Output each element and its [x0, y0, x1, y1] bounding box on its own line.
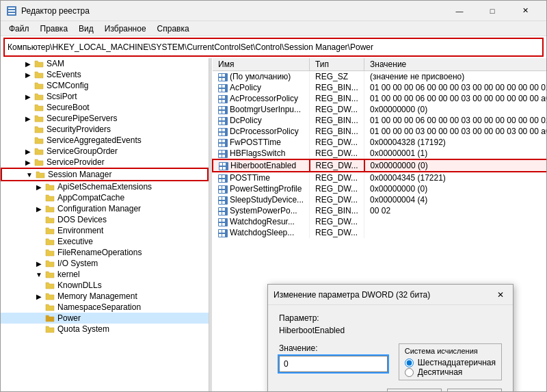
tree-item-environment[interactable]: ▶ Environment [1, 225, 209, 236]
table-row[interactable]: DcProcessorPolicyREG_BIN...01 00 00 00 0… [213, 126, 546, 137]
menu-help[interactable]: Справка [152, 23, 195, 35]
tree-item-scmconfig[interactable]: ▶ SCMConfig [1, 80, 209, 91]
radix-dec-item[interactable]: Десятичная [405, 367, 496, 377]
dialog-title-text: Изменение параметра DWORD (32 бита) [274, 290, 494, 300]
col-value[interactable]: Значение [364, 58, 546, 71]
table-row[interactable]: BootmgrUserInpu...REG_DW...0x00000000 (0… [213, 104, 546, 115]
svg-rect-43 [222, 155, 225, 157]
folder-icon-memorymgmt [44, 291, 55, 301]
reg-value: 0x00000000 (0) [364, 159, 546, 172]
tree-item-sessionmanager[interactable]: ▼ Session Manager [1, 168, 209, 181]
address-bar[interactable]: Компьютер\HKEY_LOCAL_MACHINE\SYSTEM\Curr… [3, 38, 544, 57]
svg-rect-70 [219, 219, 222, 222]
svg-rect-28 [222, 122, 225, 125]
reg-name: BootmgrUserInpu... [213, 104, 310, 115]
tree-item-dosdevices[interactable]: ▶ DOS Devices [1, 214, 209, 225]
table-row[interactable]: POSTTimeREG_DW...0x00004345 (17221) [213, 172, 546, 183]
reg-type: REG_DW... [310, 216, 364, 227]
tree-item-sam[interactable]: ▶ SAM [1, 58, 209, 69]
table-row[interactable]: HBFlagsSwitchREG_DW...0x00000001 (1) [213, 148, 546, 159]
dialog-close-button[interactable]: ✕ [494, 288, 507, 302]
tree-item-securepipeservers[interactable]: ▶ SecurePipeServers [1, 113, 209, 124]
expand-icon-sam[interactable]: ▶ [23, 60, 34, 68]
tree-item-kernel[interactable]: ▼ kernel [1, 269, 209, 280]
tree-item-apisetschemaext[interactable]: ▶ ApiSetSchemaExtensions [1, 181, 209, 192]
expand-icon-servicegrouporder[interactable]: ▶ [23, 148, 34, 155]
col-name[interactable]: Имя [213, 58, 310, 71]
svg-rect-66 [222, 208, 225, 211]
table-row[interactable]: AcProcessorPolicyREG_BIN...01 00 00 00 0… [213, 93, 546, 104]
expand-icon-apisetschemaext[interactable]: ▶ [34, 183, 44, 191]
tree-label-appcompatcache: AppCompatCache [57, 193, 124, 202]
table-row[interactable]: FwPOSTTimeREG_DW...0x00004328 (17192) [213, 137, 546, 148]
tree-label-filerenameoperations: FileRenameOperations [57, 248, 142, 257]
tree-item-power[interactable]: ▶ Power [1, 313, 209, 324]
table-row[interactable]: SystemPowerPo...REG_BIN...00 02 [213, 205, 546, 216]
maximize-button[interactable]: □ [477, 1, 508, 21]
tree-label-quotasystem: Quota System [57, 324, 109, 334]
radix-hex-item[interactable]: Шестнадцатеричная [405, 358, 496, 367]
tree-item-quotasystem[interactable]: ▶ Quota System [1, 324, 209, 335]
expand-icon-configmanager[interactable]: ▶ [34, 205, 44, 213]
tree-item-appcompatcache[interactable]: ▶ AppCompatCache [1, 192, 209, 203]
menu-file[interactable]: Файл [3, 23, 35, 35]
svg-rect-38 [222, 144, 225, 146]
table-row[interactable]: SleepStudyDevice...REG_DW...0x00000004 (… [213, 194, 546, 205]
expand-icon-iosystem[interactable]: ▶ [34, 260, 44, 267]
reg-type: REG_DW... [310, 159, 364, 172]
value-input[interactable] [279, 356, 388, 372]
tree-item-secureboot[interactable]: ▶ SecureBoot [1, 102, 209, 113]
menu-favorites[interactable]: Избранное [99, 23, 152, 35]
dialog-cancel-button[interactable]: Отмена [447, 389, 502, 391]
tree-item-knowndlls[interactable]: ▶ KnownDLLs [1, 280, 209, 291]
expand-icon-securepipeservers[interactable]: ▶ [23, 115, 34, 122]
table-row[interactable]: (По умолчанию)REG_SZ(значение не присвое… [213, 71, 546, 83]
radix-dec-radio[interactable] [405, 368, 414, 377]
folder-icon-servicegrouporder [34, 146, 44, 156]
tree-item-filerenameoperations[interactable]: ▶ FileRenameOperations [1, 247, 209, 258]
main-content: ▶ SAM ▶ ScEvents ▶ [1, 58, 546, 391]
menu-edit[interactable]: Правка [35, 23, 74, 35]
tree-item-serviceprovider[interactable]: ▶ ServiceProvider [1, 157, 209, 168]
reg-name: DcProcessorPolicy [213, 126, 310, 137]
minimize-button[interactable]: — [444, 1, 475, 21]
reg-name: (По умолчанию) [213, 71, 310, 83]
table-row[interactable]: AcPolicyREG_BIN...01 00 00 00 06 00 00 0… [213, 82, 546, 93]
expand-icon-serviceprovider[interactable]: ▶ [23, 159, 34, 166]
table-row[interactable]: DcPolicyREG_BIN...01 00 00 00 06 00 00 0… [213, 115, 546, 126]
tree-item-executive[interactable]: ▶ Executive [1, 236, 209, 247]
tree-item-serviceaggregatedevents[interactable]: ▶ ServiceAggregatedEvents [1, 135, 209, 146]
expand-icon-sessionmanager[interactable]: ▼ [24, 171, 35, 179]
tree-pane[interactable]: ▶ SAM ▶ ScEvents ▶ [1, 58, 209, 391]
svg-rect-35 [219, 140, 222, 142]
tree-item-iosystem[interactable]: ▶ I/O System [1, 258, 209, 269]
dialog-ok-button[interactable]: ОК [387, 389, 442, 391]
svg-rect-63 [222, 201, 225, 204]
table-row[interactable]: WatchdogResur...REG_DW... [213, 216, 546, 227]
tree-item-configmanager[interactable]: ▶ Configuration Manager [1, 203, 209, 214]
reg-type: REG_DW... [310, 148, 364, 159]
tree-label-namespacesep: NamespaceSeparation [57, 302, 141, 312]
tree-item-namespacesep[interactable]: ▶ NamespaceSeparation [1, 302, 209, 313]
table-row[interactable]: PowerSettingProfileREG_DW...0x00000000 (… [213, 183, 546, 194]
svg-rect-53 [222, 179, 225, 182]
folder-icon-securityproviders [34, 125, 44, 134]
tree-item-scevents[interactable]: ▶ ScEvents [1, 69, 209, 80]
folder-icon-environment [44, 226, 55, 235]
col-type[interactable]: Тип [310, 58, 364, 71]
tree-item-securityproviders[interactable]: ▶ SecurityProviders [1, 124, 209, 135]
tree-item-scsiport[interactable]: ▶ ScsiPort [1, 91, 209, 102]
title-bar: Редактор реестра — □ ✕ [1, 1, 546, 21]
radix-hex-radio[interactable] [405, 358, 414, 367]
expand-icon-kernel[interactable]: ▼ [34, 271, 44, 278]
close-button[interactable]: ✕ [509, 1, 541, 21]
table-row[interactable]: WatchdogSleep...REG_DW... [213, 227, 546, 238]
tree-item-servicegrouporder[interactable]: ▶ ServiceGroupOrder [1, 146, 209, 157]
expand-icon-scevents[interactable]: ▶ [23, 71, 34, 79]
expand-icon-scsiport[interactable]: ▶ [23, 93, 34, 101]
table-row[interactable]: HiberbootEnabledREG_DW...0x00000000 (0) [213, 159, 546, 172]
svg-rect-45 [219, 163, 222, 166]
expand-icon-memorymgmt[interactable]: ▶ [34, 293, 44, 300]
menu-view[interactable]: Вид [73, 23, 99, 35]
tree-item-memorymgmt[interactable]: ▶ Memory Management [1, 291, 209, 302]
